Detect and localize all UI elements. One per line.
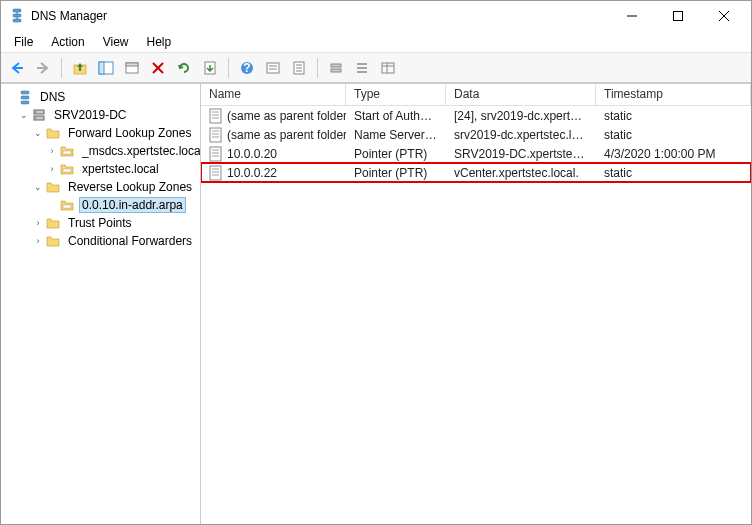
tree-zone-reverse-selected[interactable]: 0.0.10.in-addr.arpa xyxy=(1,196,200,214)
tree-zone-xpertstec[interactable]: › xpertstec.local xyxy=(1,160,200,178)
tree-conditional-forwarders[interactable]: › Conditional Forwarders xyxy=(1,232,200,250)
svg-rect-2 xyxy=(13,19,21,22)
list-icon-button[interactable] xyxy=(350,56,374,80)
zone-icon xyxy=(59,161,75,177)
back-button[interactable] xyxy=(5,56,29,80)
list-row[interactable]: 10.0.0.22Pointer (PTR)vCenter.xpertstec.… xyxy=(201,163,751,182)
cell-type: Pointer (PTR) xyxy=(346,164,446,182)
cell-data: [24], srv2019-dc.xpertste... xyxy=(446,107,596,125)
cell-name: (same as parent folder) xyxy=(201,125,346,145)
menu-view[interactable]: View xyxy=(94,32,138,52)
new-window-button[interactable] xyxy=(120,56,144,80)
cell-timestamp: static xyxy=(596,164,751,182)
tree-label: Reverse Lookup Zones xyxy=(65,179,195,195)
column-data[interactable]: Data xyxy=(446,84,596,105)
chevron-down-icon[interactable]: ⌄ xyxy=(31,126,45,140)
show-hide-tree-button[interactable] xyxy=(94,56,118,80)
forward-button[interactable] xyxy=(31,56,55,80)
list-row[interactable]: (same as parent folder)Name Server (...s… xyxy=(201,125,751,144)
svg-text:?: ? xyxy=(243,61,250,75)
svg-rect-54 xyxy=(210,147,221,161)
list-row[interactable]: (same as parent folder)Start of Authori.… xyxy=(201,106,751,125)
list-row[interactable]: 10.0.0.20Pointer (PTR)SRV2019-DC.xpertst… xyxy=(201,144,751,163)
tree-reverse-zones[interactable]: ⌄ Reverse Lookup Zones xyxy=(1,178,200,196)
svg-point-41 xyxy=(35,111,37,113)
detail-icon-button[interactable] xyxy=(376,56,400,80)
svg-rect-46 xyxy=(210,109,221,123)
cell-data: vCenter.xpertstec.local. xyxy=(446,164,596,182)
cell-timestamp: static xyxy=(596,107,751,125)
menu-action[interactable]: Action xyxy=(42,32,93,52)
svg-rect-28 xyxy=(331,64,341,67)
blank-toggle xyxy=(45,198,59,212)
titlebar: DNS Manager xyxy=(1,1,751,31)
column-timestamp[interactable]: Timestamp xyxy=(596,84,751,105)
list-pane: Name Type Data Timestamp (same as parent… xyxy=(201,84,751,524)
server-icon xyxy=(31,107,47,123)
svg-rect-21 xyxy=(267,63,279,73)
svg-rect-29 xyxy=(331,69,341,72)
tree-zone-msdcs[interactable]: › _msdcs.xpertstec.local xyxy=(1,142,200,160)
tree-label: DNS xyxy=(37,89,68,105)
cell-data: SRV2019-DC.xpertstec.lo... xyxy=(446,145,596,163)
cell-name: 10.0.0.20 xyxy=(201,144,346,164)
filter-button[interactable] xyxy=(261,56,285,80)
svg-rect-1 xyxy=(13,14,21,17)
export-button[interactable] xyxy=(198,56,222,80)
chevron-down-icon[interactable]: ⌄ xyxy=(17,108,31,122)
cell-type: Pointer (PTR) xyxy=(346,145,446,163)
maximize-button[interactable] xyxy=(655,1,701,31)
toolbar-separator xyxy=(228,58,229,78)
toolbar: ? xyxy=(1,53,751,83)
cell-type: Name Server (... xyxy=(346,126,446,144)
column-name[interactable]: Name xyxy=(201,84,346,105)
tree-server[interactable]: ⌄ SRV2019-DC xyxy=(1,106,200,124)
zone-icon xyxy=(59,197,75,213)
chevron-icon xyxy=(3,90,17,104)
folder-icon xyxy=(45,233,61,249)
toolbar-separator xyxy=(317,58,318,78)
window-title: DNS Manager xyxy=(31,9,609,23)
cell-data: srv2019-dc.xpertstec.local. xyxy=(446,126,596,144)
cell-timestamp: static xyxy=(596,126,751,144)
chevron-down-icon[interactable]: ⌄ xyxy=(31,180,45,194)
column-type[interactable]: Type xyxy=(346,84,446,105)
tree-label: xpertstec.local xyxy=(79,161,162,177)
app-icon xyxy=(9,8,25,24)
cell-name: (same as parent folder) xyxy=(201,106,346,126)
cell-name: 10.0.0.22 xyxy=(201,163,346,183)
list-body[interactable]: (same as parent folder)Start of Authori.… xyxy=(201,106,751,524)
tree-label: Conditional Forwarders xyxy=(65,233,195,249)
list-header: Name Type Data Timestamp xyxy=(201,84,751,106)
svg-rect-13 xyxy=(99,62,104,74)
chevron-right-icon[interactable]: › xyxy=(31,234,45,248)
menu-help[interactable]: Help xyxy=(138,32,181,52)
menubar: File Action View Help xyxy=(1,31,751,53)
chevron-right-icon[interactable]: › xyxy=(45,144,59,158)
menu-file[interactable]: File xyxy=(5,32,42,52)
tree-label: Forward Lookup Zones xyxy=(65,125,194,141)
toolbar-separator xyxy=(61,58,62,78)
tree-pane[interactable]: DNS ⌄ SRV2019-DC ⌄ Forward Lookup Zones xyxy=(1,84,201,524)
main-area: DNS ⌄ SRV2019-DC ⌄ Forward Lookup Zones xyxy=(1,83,751,524)
help-button[interactable]: ? xyxy=(235,56,259,80)
svg-rect-43 xyxy=(63,151,71,154)
tree-forward-zones[interactable]: ⌄ Forward Lookup Zones xyxy=(1,124,200,142)
refresh-button[interactable] xyxy=(172,56,196,80)
svg-rect-45 xyxy=(63,205,71,208)
tree-trust-points[interactable]: › Trust Points xyxy=(1,214,200,232)
svg-rect-58 xyxy=(210,166,221,180)
svg-rect-15 xyxy=(126,63,138,66)
chevron-right-icon[interactable]: › xyxy=(45,162,59,176)
properties-button[interactable] xyxy=(287,56,311,80)
tree-root-dns[interactable]: DNS xyxy=(1,88,200,106)
close-button[interactable] xyxy=(701,1,747,31)
server-icon-button[interactable] xyxy=(324,56,348,80)
up-button[interactable] xyxy=(68,56,92,80)
svg-rect-0 xyxy=(13,9,21,12)
svg-point-42 xyxy=(35,117,37,119)
tree-label: 0.0.10.in-addr.arpa xyxy=(79,197,186,213)
delete-button[interactable] xyxy=(146,56,170,80)
chevron-right-icon[interactable]: › xyxy=(31,216,45,230)
minimize-button[interactable] xyxy=(609,1,655,31)
